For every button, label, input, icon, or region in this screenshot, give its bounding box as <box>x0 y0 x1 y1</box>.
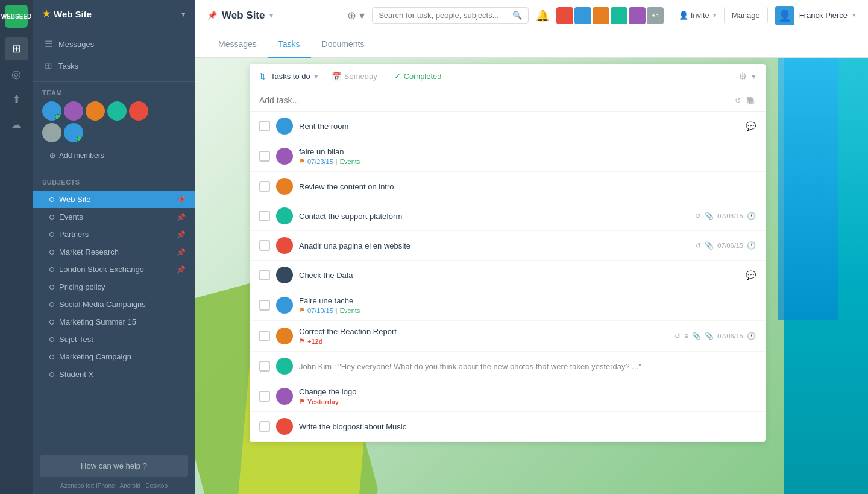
task-body: Review the content on intro <box>299 182 705 191</box>
settings-dropdown-icon[interactable]: ▾ <box>752 72 756 81</box>
avatar[interactable] <box>129 101 148 121</box>
add-task-input[interactable] <box>259 95 729 105</box>
settings-gear-icon[interactable]: ⚙ <box>738 71 747 82</box>
topbar-avatar[interactable] <box>574 7 591 24</box>
task-body: Change the logo ⚑ Yesterday <box>299 387 705 405</box>
notifications-bell-icon[interactable]: 🔔 <box>536 9 549 22</box>
avatar[interactable] <box>107 101 127 121</box>
footer: Azendoo for: iPhone · Android · Desktop <box>33 479 195 494</box>
sidebar-item-social-media[interactable]: Social Media Campaigns <box>33 296 195 313</box>
sidebar-item-events[interactable]: Events 📌 <box>33 208 195 226</box>
topbar-team-avatars: +3 <box>556 7 664 24</box>
project-dropdown-icon[interactable]: ▾ <box>181 10 186 19</box>
avatar[interactable] <box>42 101 61 121</box>
search-input[interactable] <box>379 11 509 20</box>
sidebar-item-marketing-campaign[interactable]: Marketing Campaign <box>33 348 195 366</box>
upload-nav-icon[interactable]: ⬆ <box>5 88 28 111</box>
sidebar-item-web-site[interactable]: Web Site 📌 <box>33 191 195 208</box>
task-checkbox[interactable] <box>259 331 270 341</box>
overdue-date: Yesterday <box>307 398 339 405</box>
dot-icon <box>49 215 54 220</box>
cloud-nav-icon[interactable]: ☁ <box>5 113 28 136</box>
task-item: Review the content on intro ≡ 📎 🔗 💬 <box>250 172 766 201</box>
add-button[interactable]: ⊕ ▾ <box>347 9 365 22</box>
content-area: ⇅ Tasks to do ▾ 📅 Someday ✓ Completed ⚙ <box>195 58 868 494</box>
comment-icon[interactable]: 💬 <box>746 182 756 191</box>
tab-documents[interactable]: Documents <box>311 31 376 58</box>
topbar-avatar[interactable] <box>556 7 573 24</box>
title-dropdown-icon[interactable]: ▾ <box>269 11 273 20</box>
circle-nav-icon[interactable]: ◎ <box>5 63 28 86</box>
clip-icon: 📎 <box>719 301 729 310</box>
comment-icon[interactable]: 💬 <box>746 300 756 310</box>
page-title: Web Site <box>222 10 265 22</box>
nav-messages[interactable]: ☰ Messages <box>33 33 195 55</box>
comment-icon[interactable]: 💬 <box>746 361 756 371</box>
footer-desktop-link[interactable]: Desktop <box>145 483 168 489</box>
clock-icon: 🕐 <box>747 332 756 340</box>
task-checkbox[interactable] <box>259 300 270 311</box>
avatar[interactable] <box>64 101 83 121</box>
task-checkbox[interactable] <box>259 151 270 162</box>
tab-someday[interactable]: 📅 Someday <box>328 70 381 83</box>
comment-icon[interactable]: 💬 <box>746 121 756 131</box>
task-avatar <box>276 297 293 314</box>
comment-icon[interactable]: 💬 <box>746 422 756 431</box>
manage-button[interactable]: Manage <box>724 7 768 24</box>
search-icon: 🔍 <box>512 11 522 20</box>
user-avatar: 👤 <box>775 6 794 25</box>
sidebar-item-london-stock[interactable]: London Stock Exchange 📌 <box>33 261 195 278</box>
comment-icon[interactable]: 💬 <box>746 270 756 280</box>
sidebar-item-student-x[interactable]: Student X <box>33 366 195 383</box>
messages-icon: ☰ <box>45 39 52 49</box>
tasks-panel: ⇅ Tasks to do ▾ 📅 Someday ✓ Completed ⚙ <box>250 64 766 442</box>
icon-strip: WEB SEED ⊞ ◎ ⬆ ☁ <box>0 0 33 494</box>
task-checkbox[interactable] <box>259 121 270 131</box>
task-checkbox[interactable] <box>259 240 270 251</box>
topbar-avatar[interactable] <box>593 7 609 24</box>
sidebar-item-market-research[interactable]: Market Research 📌 <box>33 243 195 261</box>
help-button[interactable]: How can we help ? <box>40 455 188 477</box>
user-area[interactable]: 👤 Franck Pierce ▾ <box>775 6 856 25</box>
avatar[interactable] <box>151 101 170 121</box>
nav-tasks[interactable]: ⊞ Tasks <box>33 55 195 77</box>
sidebar-item-pricing-policy[interactable]: Pricing policy <box>33 278 195 296</box>
grid-nav-icon[interactable]: ⊞ <box>5 37 28 60</box>
task-checkbox[interactable] <box>259 211 270 221</box>
link-icon: 🔗 <box>732 182 742 191</box>
attachment-icon: 📎 <box>705 212 714 220</box>
sidebar-item-partners[interactable]: Partners 📌 <box>33 226 195 243</box>
avatar[interactable] <box>42 123 61 142</box>
task-avatar <box>276 328 293 344</box>
link-icon: 🔗 <box>732 422 742 431</box>
lines-icon: ≡ <box>711 392 715 401</box>
comment-icon[interactable]: 💬 <box>746 151 756 161</box>
task-checkbox[interactable] <box>259 181 270 192</box>
task-checkbox[interactable] <box>259 270 270 280</box>
comment-icon[interactable]: 💬 <box>746 391 756 401</box>
topbar-avatar[interactable] <box>629 7 646 24</box>
task-avatar <box>276 207 293 224</box>
task-checkbox[interactable] <box>259 391 270 402</box>
sidebar-item-sujet-test[interactable]: Sujet Test <box>33 331 195 348</box>
footer-iphone-link[interactable]: iPhone <box>96 483 115 489</box>
sidebar-item-marketing-summer[interactable]: Marketing Summer 15 <box>33 313 195 331</box>
task-checkbox[interactable] <box>259 421 270 432</box>
avatar[interactable] <box>86 101 105 121</box>
tab-completed[interactable]: ✓ Completed <box>391 70 445 83</box>
add-members-button[interactable]: ⊕ Add members <box>42 147 186 164</box>
topbar-extra-count[interactable]: +3 <box>647 7 664 24</box>
task-checkbox[interactable] <box>259 361 270 372</box>
invite-button[interactable]: 👤 Invite ▾ <box>671 11 717 20</box>
topbar-avatar[interactable] <box>611 7 627 24</box>
task-meta: ⚑ 07/10/15 | Events <box>299 306 705 314</box>
footer-android-link[interactable]: Android <box>119 483 140 489</box>
task-item: Faire une tache ⚑ 07/10/15 | Events ≡ 📎 … <box>250 290 766 321</box>
tasks-filter-dropdown[interactable]: ⇅ Tasks to do ▾ <box>259 72 318 81</box>
task-body: Correct the Reaction Report ⚑ +12d <box>299 327 668 345</box>
task-item: Rent the room 💬 <box>250 112 766 141</box>
avatar[interactable] <box>64 123 83 142</box>
tab-messages[interactable]: Messages <box>207 31 268 58</box>
tab-tasks[interactable]: Tasks <box>268 31 311 58</box>
flag-icon: ⚑ <box>299 397 305 405</box>
